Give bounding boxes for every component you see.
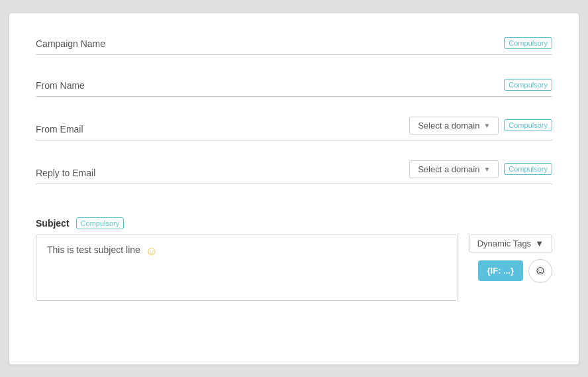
smiley-inline-icon: ☺ — [146, 244, 158, 258]
from-name-badge: Compulsory — [504, 79, 552, 91]
reply-to-email-right: Select a domain ▼ Compulsory — [409, 160, 552, 178]
subject-tools: Dynamic Tags ▼ {IF: ...} ☺ — [469, 235, 552, 283]
from-email-row: From Email Select a domain ▼ Compulsory — [36, 117, 552, 140]
chevron-down-icon: ▼ — [483, 122, 490, 129]
subject-section: Subject Compulsory This is test subject … — [36, 217, 552, 301]
subject-input[interactable]: This is test subject line ☺ — [36, 235, 458, 301]
emoji-button[interactable]: ☺ — [528, 259, 552, 283]
reply-to-email-select-domain[interactable]: Select a domain ▼ — [409, 160, 499, 178]
campaign-name-row: Campaign Name Compulsory — [36, 33, 552, 55]
from-email-right: Select a domain ▼ Compulsory — [409, 117, 552, 135]
from-name-row: From Name Compulsory — [36, 75, 552, 97]
subject-value: This is test subject line — [47, 244, 140, 255]
from-email-label: From Email — [36, 119, 409, 135]
emoji-icon: ☺ — [534, 264, 546, 278]
chevron-down-icon: ▼ — [535, 239, 544, 248]
dynamic-tags-button[interactable]: Dynamic Tags ▼ — [469, 235, 552, 252]
campaign-name-badge: Compulsory — [504, 37, 552, 49]
subject-content-row: This is test subject line ☺ Dynamic Tags… — [36, 235, 552, 301]
form-card: Campaign Name Compulsory From Name Compu… — [9, 13, 579, 364]
if-tag-button[interactable]: {IF: ...} — [478, 260, 523, 281]
from-name-label: From Name — [36, 75, 504, 91]
subject-label: Subject — [36, 218, 70, 229]
from-email-select-domain[interactable]: Select a domain ▼ — [409, 117, 499, 135]
chevron-down-icon: ▼ — [483, 166, 490, 173]
subject-badge: Compulsory — [76, 217, 124, 229]
from-name-right: Compulsory — [504, 79, 552, 91]
reply-to-email-row: Reply to Email Select a domain ▼ Compuls… — [36, 160, 552, 184]
campaign-name-right: Compulsory — [504, 37, 552, 49]
from-email-badge: Compulsory — [504, 119, 552, 131]
subject-icons-row: {IF: ...} ☺ — [478, 259, 552, 283]
reply-to-email-badge: Compulsory — [504, 163, 552, 175]
campaign-name-label: Campaign Name — [36, 33, 504, 49]
reply-to-email-label: Reply to Email — [36, 162, 409, 178]
subject-header: Subject Compulsory — [36, 217, 552, 229]
